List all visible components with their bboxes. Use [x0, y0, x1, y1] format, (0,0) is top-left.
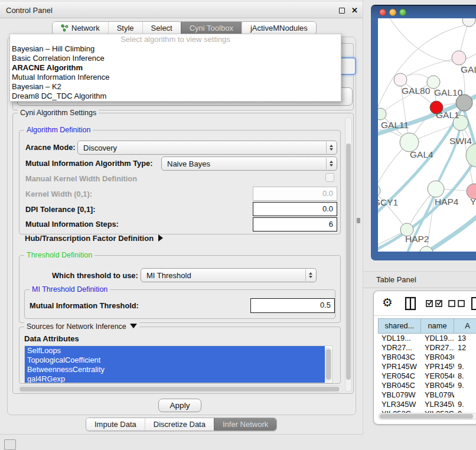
manual-kernel-checkbox[interactable] [325, 173, 334, 182]
gear-icon[interactable]: ⚙ [382, 295, 393, 309]
mi-steps-label: Mutual Information Steps: [25, 220, 119, 229]
node-swi4[interactable] [466, 144, 476, 167]
table-row[interactable]: YBR043C YBR043C [378, 353, 476, 362]
kernel-width-label: Kernel Width (0,1): [25, 190, 92, 198]
mi-algorithm-type-combo[interactable]: Naive Bayes [161, 156, 337, 171]
docked-panel-icon[interactable] [4, 439, 16, 450]
settings-vscrollbar[interactable] [345, 117, 352, 392]
minimize-traffic-icon[interactable] [389, 9, 396, 16]
combo-arrows-icon [326, 142, 336, 154]
node-label: GAL10 [434, 87, 463, 97]
column-header[interactable]: A [454, 318, 476, 334]
data-attributes-label: Data Attributes [24, 334, 79, 343]
tab-infer-network[interactable]: Infer Network [214, 418, 276, 431]
node[interactable] [420, 246, 433, 252]
new-table-icon[interactable] [471, 296, 476, 311]
column-header-shared-name[interactable]: shared... [378, 318, 421, 334]
node-label: SWI4 [449, 136, 472, 146]
tab-discretize-data[interactable]: Discretize Data [145, 418, 214, 431]
table-row[interactable]: YDL19... YDL19... 13 [378, 334, 476, 343]
node-label: Y [470, 197, 476, 207]
list-item[interactable]: TopologicalCoefficient [25, 356, 325, 365]
node-label: GAL80 [402, 86, 431, 96]
tab-impute-data[interactable]: Impute Data [86, 418, 145, 431]
close-icon[interactable]: ✕ [351, 5, 358, 16]
node-gcy1[interactable] [378, 184, 380, 197]
tab-style[interactable]: Style [108, 22, 142, 34]
group-title: MI Threshold Definition [30, 285, 110, 294]
algorithm-dropdown-popup: Select algorithm to view settings Bayesi… [9, 34, 341, 102]
expand-down-icon [130, 324, 137, 328]
threshold-definition-group: Threshold Definition Which threshold to … [19, 255, 341, 323]
algorithm-option[interactable]: Dream8 DC_TDC Algorithm [10, 92, 341, 101]
mi-threshold-definition-group: MI Threshold Definition Mutual Informati… [24, 289, 335, 319]
table-hscrollbar[interactable] [378, 413, 476, 420]
list-item[interactable]: BetweennessCentrality [25, 365, 325, 374]
network-view-window: GAL GAL80 GAL10 GAL1 GAL11 SWI4 GAL4 GCY… [371, 5, 476, 260]
algorithm-definition-group: Algorithm Definition Aracne Mode: Discov… [19, 130, 341, 234]
kernel-width-field[interactable]: 0.0 [253, 187, 337, 201]
sources-expander[interactable]: Sources for Network Inference [24, 322, 139, 331]
panel-title: Control Panel [6, 3, 53, 18]
node-hap4[interactable] [428, 181, 444, 197]
table-row[interactable]: YBR045C YBR045C 9. [378, 381, 476, 390]
group-title: Cyni Algorithm Settings [18, 109, 99, 117]
algorithm-option[interactable]: Mutual Information Inference [10, 73, 341, 82]
network-canvas[interactable]: GAL GAL80 GAL10 GAL1 GAL11 SWI4 GAL4 GCY… [378, 18, 476, 252]
algorithm-option[interactable]: Bayesian – Hill Climbing [10, 44, 341, 54]
tab-network[interactable]: Network [53, 22, 108, 34]
node-gal80[interactable] [394, 73, 407, 86]
which-threshold-label: Which threshold to use: [52, 271, 138, 280]
list-scrollbar[interactable] [325, 347, 331, 382]
mi-threshold-field[interactable]: 0.5 [250, 298, 335, 313]
apply-button[interactable]: Apply [158, 399, 201, 412]
deselect-all-icon[interactable] [448, 299, 466, 307]
table-toolbar: ⚙ [374, 291, 476, 316]
combo-arrows-icon [305, 269, 315, 281]
table-row[interactable]: YBL079W YBL079W [378, 390, 476, 400]
zoom-traffic-icon[interactable] [399, 9, 406, 16]
table-row[interactable]: YLR345W YLR345W 9. [378, 400, 476, 409]
control-panel-titlebar: Control Panel ✕ [0, 2, 363, 18]
network-icon [61, 24, 69, 32]
network-window-titlebar[interactable] [371, 6, 476, 18]
node-label: GCY1 [378, 197, 398, 207]
list-item[interactable]: gal4RGexp [25, 374, 325, 383]
split-columns-icon[interactable] [405, 296, 416, 311]
data-attributes-list: SelfLoops TopologicalCoefficient Between… [24, 345, 332, 383]
table-panel-titlebar: Table Panel [363, 271, 476, 288]
column-header-name[interactable]: name [421, 318, 454, 334]
tab-jactivemnodules[interactable]: jActiveMNodules [242, 22, 316, 34]
node-label: HAP2 [405, 234, 429, 244]
control-panel-tabs: Network Style Select Cyni Toolbox jActiv… [52, 21, 317, 35]
settings-hscrollbar[interactable] [18, 386, 343, 393]
close-traffic-icon[interactable] [379, 9, 386, 16]
table-row[interactable]: YPR145W YPR145W 9. [378, 362, 476, 371]
algorithm-option[interactable]: Bayesian – K2 [10, 82, 341, 92]
dpi-tolerance-label: DPI Tolerance [0,1]: [25, 205, 96, 214]
cyni-bottom-tabs: Impute Data Discretize Data Infer Networ… [86, 418, 277, 431]
splitpane-handle[interactable] [357, 218, 360, 223]
aracne-mode-combo[interactable]: Discovery [77, 141, 337, 155]
mi-steps-field[interactable]: 6 [253, 217, 337, 231]
table-row[interactable]: YDR27... YDR27... 12 [378, 343, 476, 353]
group-title: Algorithm Definition [24, 126, 93, 134]
hub-definition-expander[interactable]: Hub/Transcription Factor Definition [25, 234, 163, 243]
table-panel-title: Table Panel [376, 272, 416, 288]
list-item[interactable]: SelfLoops [25, 346, 325, 356]
algorithm-option-selected[interactable]: ARACNE Algorithm [10, 63, 341, 73]
select-all-icon[interactable] [426, 299, 444, 307]
aracne-mode-label: Aracne Mode: [25, 143, 76, 152]
dpi-tolerance-field[interactable]: 0.0 [253, 202, 337, 216]
node-label: GAL11 [381, 120, 409, 130]
table-row[interactable]: YER054C YER054C 8. [378, 371, 476, 381]
expand-right-icon [158, 234, 163, 242]
tab-select[interactable]: Select [142, 22, 181, 34]
tab-cyni-toolbox[interactable]: Cyni Toolbox [181, 22, 242, 34]
dropdown-prompt: Select algorithm to view settings [10, 34, 341, 44]
control-panel: Control Panel ✕ Network Style Select Cyn… [0, 0, 363, 435]
which-threshold-combo[interactable]: MI Threshold [141, 268, 317, 282]
node-gal7[interactable] [452, 51, 466, 65]
float-panel-icon[interactable] [339, 8, 345, 14]
algorithm-option[interactable]: Basic Correlation Inference [10, 54, 341, 63]
